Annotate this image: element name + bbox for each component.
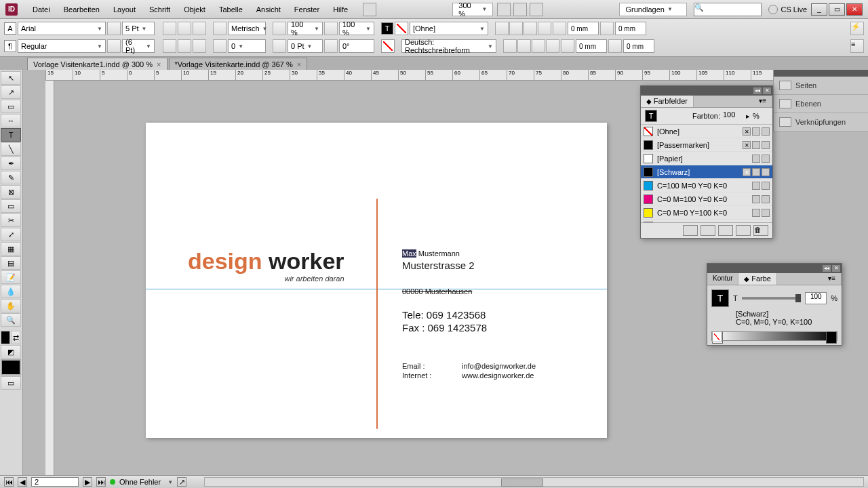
language-field[interactable]: Deutsch: Rechtschreibreform▼: [401, 39, 496, 53]
font-style-field[interactable]: Regular▼: [18, 39, 106, 53]
panel-header[interactable]: ◂◂ ✕: [641, 86, 772, 96]
text-icon[interactable]: [680, 111, 690, 121]
collapse-icon[interactable]: ◂◂: [753, 87, 762, 94]
rectangle-frame-tool[interactable]: ⊠: [1, 185, 21, 199]
fill-proxy-large[interactable]: T: [711, 289, 729, 307]
stroke-proxy-icon[interactable]: [395, 22, 408, 35]
menu-view[interactable]: Ansicht: [250, 3, 288, 16]
char-mode-icon[interactable]: A: [4, 22, 16, 35]
panel-menu-icon[interactable]: ▾≡: [753, 96, 772, 107]
close-icon[interactable]: ✕: [763, 87, 771, 94]
ruler-horizontal[interactable]: 1510505101520253035404550556065707580859…: [45, 70, 859, 81]
menu-type[interactable]: Schrift: [142, 3, 177, 16]
no-fill-icon[interactable]: [381, 39, 395, 53]
apply-color[interactable]: [1, 359, 21, 375]
swatch-row[interactable]: C=0 M=0 Y=100 K=0: [641, 206, 772, 220]
prev-page-button[interactable]: ◀: [18, 477, 27, 487]
underline-icon[interactable]: [178, 39, 191, 53]
doc-tab-1[interactable]: Vorlage Visitenkarte1.indd @ 300 %×: [27, 58, 167, 70]
show-all-icon[interactable]: [683, 225, 698, 236]
eyedropper-tool[interactable]: 💧: [1, 285, 21, 298]
screen-mode-icon[interactable]: [513, 3, 527, 16]
bridge-icon[interactable]: [363, 3, 376, 16]
swap-icon[interactable]: ⇄: [11, 331, 20, 344]
zoom-dropdown[interactable]: 300 %▼: [452, 3, 493, 16]
swatch-row[interactable]: C=15 M=100 Y=100 K=0: [641, 220, 772, 222]
swatches-tab[interactable]: ◆ Farbfelder: [641, 96, 694, 107]
swatch-row[interactable]: [Papier]: [641, 152, 772, 165]
ruler-vertical[interactable]: [45, 81, 54, 475]
scissors-tool[interactable]: ✂: [1, 214, 21, 227]
first-page-button[interactable]: ⏮: [4, 477, 14, 487]
baseline-field[interactable]: 0 Pt▼: [288, 39, 323, 53]
menu-table[interactable]: Tabelle: [212, 3, 250, 16]
swatch-row[interactable]: [Schwarz]✕: [641, 165, 772, 179]
formatting-icon[interactable]: [668, 111, 677, 121]
contact-block[interactable]: Max Mustermann Musterstrasse 2 00000 Mus…: [402, 247, 536, 380]
font-family-field[interactable]: Arial▼: [18, 22, 106, 35]
panel-menu-icon[interactable]: ▾≡: [823, 273, 842, 285]
strike-icon[interactable]: [193, 39, 206, 53]
pen-tool[interactable]: ✒: [1, 157, 21, 170]
gap-tool[interactable]: ↔: [1, 114, 21, 127]
kerning-field[interactable]: Metrisch▼: [228, 22, 266, 35]
indent-right-field[interactable]: 0 mm: [623, 39, 654, 53]
zoom-tool[interactable]: 🔍: [1, 313, 21, 327]
align-left-icon[interactable]: [495, 22, 509, 35]
smallcaps-icon[interactable]: [178, 22, 191, 35]
panel-links[interactable]: Verknüpfungen: [774, 113, 868, 131]
line-tool[interactable]: ╲: [1, 142, 21, 156]
panel-menu-icon[interactable]: ≡: [850, 39, 864, 53]
justify-right-icon[interactable]: [532, 39, 545, 53]
fill-proxy[interactable]: T: [645, 110, 657, 122]
align-center-icon[interactable]: [509, 22, 523, 35]
vscale-field[interactable]: 100 %▼: [288, 22, 323, 35]
show-gradient-icon[interactable]: [718, 225, 733, 236]
rectangle-tool[interactable]: ▭: [1, 199, 21, 213]
swatch-row[interactable]: C=100 M=0 Y=0 K=0: [641, 179, 772, 192]
align-justify-icon[interactable]: [538, 22, 551, 35]
quick-apply-icon[interactable]: ⚡: [850, 22, 864, 35]
superscript-icon[interactable]: [193, 22, 206, 35]
show-color-icon[interactable]: [701, 225, 715, 236]
logo-text[interactable]: design worker wir arbeiten daran: [188, 248, 344, 283]
align-right-icon[interactable]: [524, 22, 537, 35]
menu-help[interactable]: Hilfe: [326, 3, 355, 16]
dock-handle[interactable]: [774, 70, 868, 77]
minimize-button[interactable]: _: [811, 3, 827, 16]
gradient-swatch-tool[interactable]: ▦: [1, 242, 21, 256]
close-button[interactable]: ✕: [846, 3, 863, 16]
para-mode-icon[interactable]: ¶: [4, 40, 16, 52]
cs-live-button[interactable]: CS Live: [781, 5, 807, 14]
gradient-feather-tool[interactable]: ▤: [1, 256, 21, 270]
justify-full-icon[interactable]: [546, 39, 559, 53]
delete-swatch-icon[interactable]: 🗑: [753, 225, 768, 236]
default-fill-stroke[interactable]: ◩: [1, 345, 21, 359]
menu-layout[interactable]: Layout: [106, 3, 142, 16]
workspace-dropdown[interactable]: Grundlagen▼: [619, 3, 687, 16]
space-before-field[interactable]: 0 mm: [568, 22, 599, 35]
fill-proxy-icon[interactable]: T: [381, 22, 393, 35]
page-field[interactable]: 2: [31, 477, 79, 487]
no-fill-icon[interactable]: [712, 331, 722, 342]
direct-selection-tool[interactable]: ↗: [1, 85, 21, 99]
caps-icon[interactable]: [163, 22, 176, 35]
panel-layers[interactable]: Ebenen: [774, 95, 868, 113]
swatch-row[interactable]: C=0 M=100 Y=0 K=0: [641, 192, 772, 206]
tracking-field[interactable]: 0▼: [228, 39, 266, 53]
last-page-button[interactable]: ⏭: [96, 477, 106, 487]
char-style-field[interactable]: [Ohne]▼: [410, 22, 488, 35]
hand-tool[interactable]: ✋: [1, 299, 21, 312]
tint-field[interactable]: 100: [723, 110, 743, 121]
gradient-strip[interactable]: [711, 331, 837, 341]
skew-field[interactable]: 0°: [339, 39, 374, 53]
maximize-button[interactable]: ▭: [829, 3, 845, 16]
fill-swatch[interactable]: [1, 331, 10, 344]
tint-value-field[interactable]: 100: [805, 292, 827, 304]
document-page[interactable]: design worker wir arbeiten daran Max Mus…: [146, 123, 607, 438]
leading-field[interactable]: (6 Pt)▼: [122, 39, 155, 53]
stroke-tab[interactable]: Kontur: [707, 273, 738, 285]
font-size-field[interactable]: 5 Pt▼: [122, 22, 155, 35]
new-swatch-icon[interactable]: [736, 225, 751, 236]
arrange-icon[interactable]: [530, 3, 543, 16]
